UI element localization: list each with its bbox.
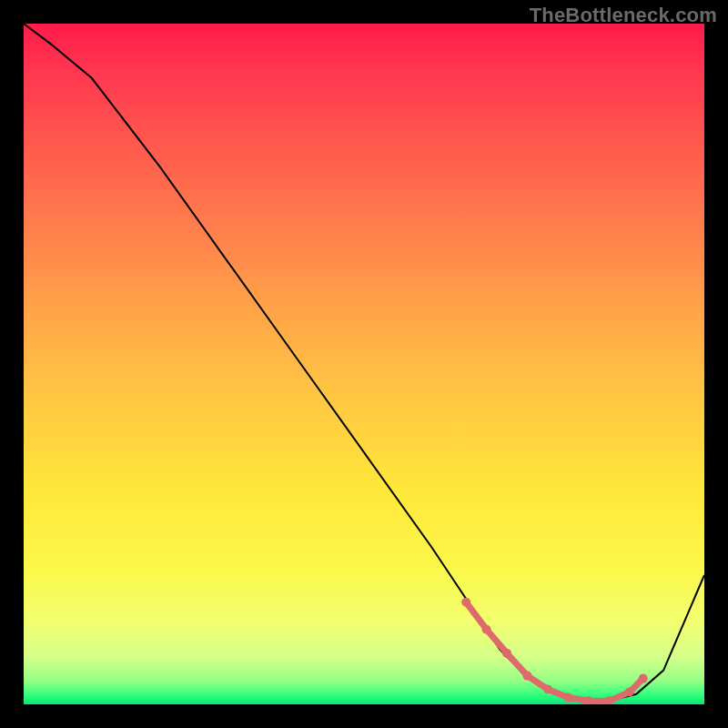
highlight-dot [563,693,572,703]
chart-svg [24,24,704,704]
chart-frame [24,24,704,704]
highlight-dot [639,674,648,683]
highlight-dot [543,685,552,694]
highlight-path [466,602,643,702]
low-bottleneck-highlight [461,598,648,704]
highlight-dot [625,688,634,697]
highlight-dot [461,598,470,607]
highlight-dot [482,625,491,634]
highlight-dot [523,672,532,681]
highlight-dot [502,649,511,658]
watermark-text: TheBottleneck.com [530,4,717,27]
bottleneck-curve [24,24,704,701]
